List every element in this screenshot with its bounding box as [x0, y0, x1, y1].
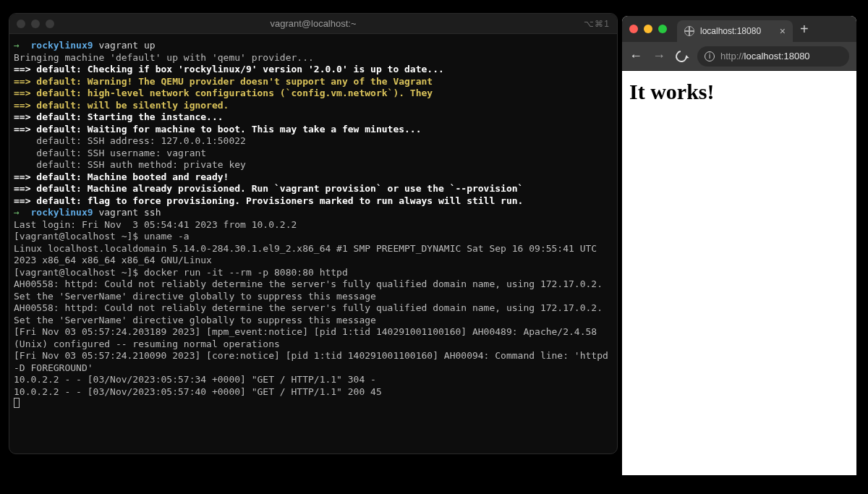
browser-window[interactable]: localhost:18080 × + ← → i http://localho…: [622, 16, 856, 475]
page-heading: It works!: [629, 80, 849, 104]
forward-button[interactable]: →: [652, 48, 665, 64]
terminal-line: → rockylinux9 vagrant up: [14, 40, 613, 52]
browser-tab[interactable]: localhost:18080 ×: [677, 20, 793, 42]
terminal-window[interactable]: vagrant@localhost:~ ⌥⌘1 → rockylinux9 va…: [9, 13, 618, 454]
browser-tabbar[interactable]: localhost:18080 × +: [622, 16, 856, 42]
desktop: vagrant@localhost:~ ⌥⌘1 → rockylinux9 va…: [0, 0, 868, 494]
window-controls: [629, 25, 667, 33]
address-bar[interactable]: i http://localhost:18080: [697, 46, 849, 67]
terminal-line: [vagrant@localhost ~]$ uname -a: [14, 231, 613, 243]
terminal-line: ==> default: Machine booted and ready!: [14, 171, 613, 184]
maximize-icon[interactable]: [658, 25, 667, 33]
close-icon[interactable]: [629, 25, 638, 33]
tab-title: localhost:18080: [700, 26, 761, 36]
reload-button[interactable]: [673, 48, 689, 64]
terminal-title: vagrant@localhost:~: [9, 18, 617, 29]
terminal-line: AH00558: httpd: Could not reliably deter…: [14, 278, 613, 302]
minimize-icon[interactable]: [31, 20, 40, 28]
terminal-line: [Fri Nov 03 05:57:24.210090 2023] [core:…: [14, 350, 613, 374]
terminal-line: Bringing machine 'default' up with 'qemu…: [14, 52, 613, 64]
terminal-line: → rockylinux9 vagrant ssh: [14, 207, 613, 219]
terminal-body[interactable]: → rockylinux9 vagrant upBringing machine…: [9, 34, 617, 453]
terminal-line: ==> default: Starting the instance...: [14, 111, 613, 124]
minimize-icon[interactable]: [644, 25, 652, 33]
terminal-cursor: [14, 398, 20, 408]
browser-toolbar: ← → i http://localhost:18080: [622, 42, 856, 71]
url-text: http://localhost:18080: [720, 51, 810, 61]
terminal-titlebar[interactable]: vagrant@localhost:~ ⌥⌘1: [9, 14, 617, 34]
terminal-line: ==> default: will be silently ignored.: [14, 100, 613, 112]
terminal-line: ==> default: Checking if box 'rockylinux…: [14, 64, 613, 76]
terminal-line: 10.0.2.2 - - [03/Nov/2023:05:57:40 +0000…: [14, 386, 613, 399]
terminal-line: default: SSH auth method: private key: [14, 159, 613, 171]
globe-icon: [684, 26, 694, 36]
terminal-line: ==> default: high-level network configur…: [14, 88, 613, 100]
terminal-line: Linux localhost.localdomain 5.14.0-284.3…: [14, 243, 613, 267]
browser-page[interactable]: It works!: [622, 71, 856, 475]
terminal-line: [Fri Nov 03 05:57:24.203189 2023] [mpm_e…: [14, 326, 613, 350]
terminal-line: default: SSH address: 127.0.0.1:50022: [14, 135, 613, 148]
back-button[interactable]: ←: [629, 48, 642, 64]
close-icon[interactable]: [17, 20, 25, 28]
maximize-icon[interactable]: [46, 20, 54, 28]
terminal-line: ==> default: Waiting for machine to boot…: [14, 124, 613, 136]
terminal-line: AH00558: httpd: Could not reliably deter…: [14, 302, 613, 326]
terminal-line: Last login: Fri Nov 3 05:54:41 2023 from…: [14, 219, 613, 231]
terminal-line: default: SSH username: vagrant: [14, 148, 613, 160]
close-tab-icon[interactable]: ×: [780, 25, 786, 37]
terminal-line: ==> default: Machine already provisioned…: [14, 183, 613, 195]
terminal-line: [vagrant@localhost ~]$ docker run -it --…: [14, 267, 613, 279]
terminal-shortcut-hint: ⌥⌘1: [584, 19, 610, 29]
terminal-line: ==> default: flag to force provisioning.…: [14, 195, 613, 208]
new-tab-button[interactable]: +: [800, 21, 809, 38]
window-controls: [17, 20, 54, 28]
site-info-icon[interactable]: i: [705, 51, 715, 61]
terminal-line: 10.0.2.2 - - [03/Nov/2023:05:57:34 +0000…: [14, 374, 613, 386]
terminal-line: ==> default: Warning! The QEMU provider …: [14, 76, 613, 88]
